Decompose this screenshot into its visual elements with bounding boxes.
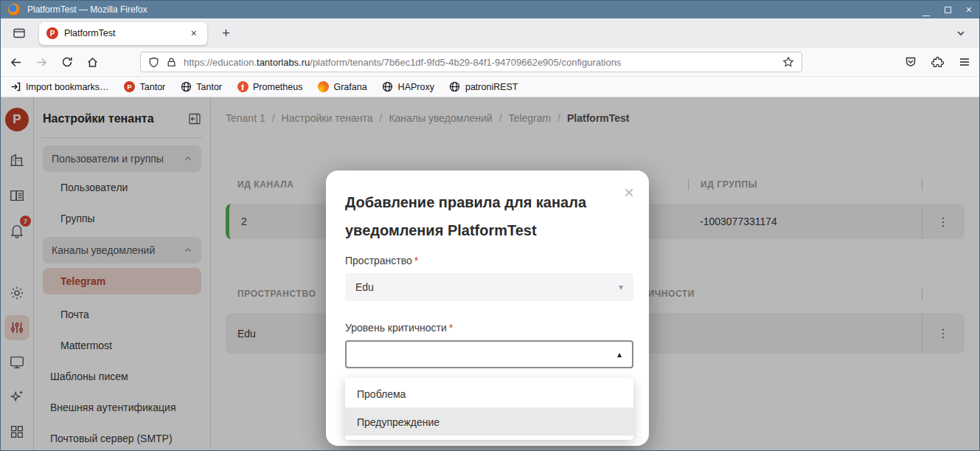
firefox-icon	[8, 4, 20, 16]
tab-bar: Р PlatformTest × +	[1, 18, 979, 48]
navigation-toolbar: https://education.tantorlabs.ru/platform…	[1, 48, 979, 76]
space-select[interactable]: Edu ▾	[345, 273, 633, 301]
firefox-window: PlatformTest — Mozilla Firefox × Р Platf…	[0, 0, 980, 451]
grafana-icon	[317, 81, 329, 93]
tab-close-icon[interactable]: ×	[188, 27, 200, 40]
back-icon[interactable]	[10, 56, 22, 69]
tab-platformtest[interactable]: Р PlatformTest ×	[39, 22, 207, 45]
globe-icon	[180, 81, 192, 93]
lock-icon[interactable]	[166, 57, 177, 68]
bookmark-grafana[interactable]: Grafana	[317, 81, 366, 93]
reload-icon[interactable]	[61, 56, 73, 68]
tantor-icon: Р	[124, 81, 136, 93]
tab-favicon-icon: Р	[46, 27, 58, 39]
bookmarks-bar: Import bookmarks… Р Tantor Tantor Promet…	[1, 76, 979, 97]
option-problem[interactable]: Проблема	[345, 381, 633, 408]
home-icon[interactable]	[86, 56, 99, 69]
severity-select[interactable]: ▴	[345, 340, 633, 368]
prometheus-icon	[237, 81, 249, 93]
modal-title: Добавление правила для канала уведомлени…	[345, 188, 633, 244]
bookmark-prometheus[interactable]: Prometheus	[237, 81, 302, 93]
chevron-up-icon: ▴	[617, 349, 622, 359]
bookmark-star-icon[interactable]	[782, 56, 794, 68]
forward-icon[interactable]	[35, 56, 48, 69]
window-title: PlatformTest — Mozilla Firefox	[27, 4, 147, 15]
chevron-down-icon: ▾	[619, 282, 623, 292]
minimize-button[interactable]	[922, 3, 930, 16]
globe-icon	[382, 81, 394, 93]
bookmark-tantor[interactable]: Р Tantor	[124, 81, 166, 93]
pocket-icon[interactable]	[905, 56, 917, 68]
globe-icon	[449, 81, 461, 93]
tab-title: PlatformTest	[64, 28, 182, 38]
url-bar[interactable]: https://education.tantorlabs.ru/platform…	[140, 52, 802, 72]
bookmark-patronirest[interactable]: patroniREST	[449, 81, 518, 93]
space-select-value: Edu	[355, 281, 374, 293]
import-icon	[10, 81, 21, 93]
new-tab-button[interactable]: +	[218, 25, 234, 41]
shield-icon[interactable]	[148, 57, 159, 68]
close-window-button[interactable]: ×	[966, 4, 972, 15]
titlebar: PlatformTest — Mozilla Firefox ×	[1, 1, 979, 18]
severity-field-label: Уровень критичности*	[345, 322, 633, 334]
add-rule-modal: Добавление правила для канала уведомлени…	[326, 171, 649, 446]
list-tabs-chevron-icon[interactable]	[950, 25, 972, 41]
severity-options-dropdown: Проблема Предупреждение	[345, 378, 633, 440]
menu-hamburger-icon[interactable]	[959, 56, 970, 68]
space-field-label: Пространство*	[345, 255, 633, 266]
option-warning[interactable]: Предупреждение	[345, 408, 633, 435]
url-text: https://education.tantorlabs.ru/platform…	[184, 57, 776, 68]
maximize-button[interactable]	[945, 3, 951, 16]
extensions-puzzle-icon[interactable]	[931, 56, 944, 69]
bookmark-tantor-2[interactable]: Tantor	[180, 81, 222, 93]
bookmark-haproxy[interactable]: HAProxy	[382, 81, 434, 93]
bookmark-import[interactable]: Import bookmarks…	[10, 81, 109, 93]
modal-close-icon[interactable]: ×	[624, 184, 634, 202]
app-content: Р	[1, 97, 979, 450]
firefox-view-icon[interactable]	[8, 23, 30, 44]
